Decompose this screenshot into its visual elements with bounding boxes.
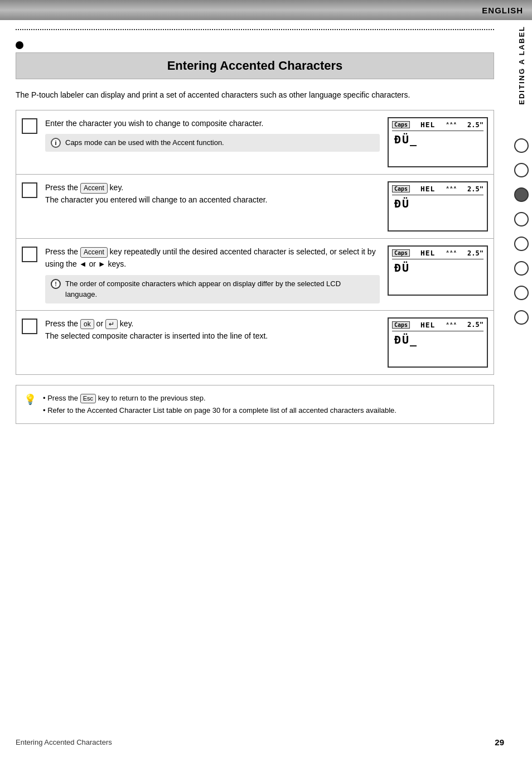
warning-icon-3: ! — [51, 279, 61, 289]
accent-key-3: Accent — [80, 247, 108, 258]
step-4-inner: Press the ok or ↵ key. The selected comp… — [45, 317, 488, 368]
step-1-content: Enter the character you wish to change t… — [45, 117, 380, 152]
step-1-note-text: Caps mode can be used with the Accent fu… — [65, 137, 224, 148]
screen-4-top: Caps HEL ᴬᴬᴬ 2.5" — [392, 321, 483, 331]
language-label: ENGLISH — [482, 6, 523, 15]
section-bullet-row — [16, 41, 494, 49]
step-number-1 — [22, 118, 37, 134]
step-3-note-text: The order of composite characters which … — [65, 278, 374, 300]
screen-3-top: Caps HEL ᴬᴬᴬ 2.5" — [392, 249, 483, 259]
step-1-main-text: Enter the character you wish to change t… — [45, 119, 263, 128]
section-title: Entering Accented Characters — [167, 59, 343, 73]
title-box: Entering Accented Characters — [16, 52, 494, 79]
step-4-text: Press the ok or ↵ key. The selected comp… — [45, 317, 380, 343]
step-number-2 — [22, 182, 37, 198]
step-1-text: Enter the character you wish to change t… — [45, 117, 380, 129]
screen-2-body: ÐÜ — [392, 197, 483, 210]
screen-2-size: 2.5" — [467, 185, 483, 193]
bottom-notes: 💡 • Press the Esc key to return to the p… — [16, 385, 494, 424]
screen-3-body: ÐÜ — [392, 261, 483, 274]
step-1-note: i Caps mode can be used with the Accent … — [45, 134, 380, 152]
sidebar-circle-2 — [514, 163, 529, 177]
lightbulb-icon: 💡 — [24, 393, 36, 406]
sidebar-label: EDITING A LABEL — [518, 26, 526, 105]
esc-key: Esc — [80, 394, 96, 403]
screen-1-caps: Caps — [392, 121, 410, 128]
screen-1-fonts: ᴬᴬᴬ — [446, 121, 457, 128]
screen-2-caps: Caps — [392, 185, 410, 192]
step-1-inner: Enter the character you wish to change t… — [45, 117, 488, 167]
screen-3-fonts: ᴬᴬᴬ — [446, 249, 457, 257]
screen-1-body: ÐÜ_ — [392, 133, 483, 146]
step-2-inner: Press the Accent key. The character you … — [45, 181, 488, 232]
sidebar-circle-7 — [514, 286, 529, 300]
step-2-content: Press the Accent key. The character you … — [45, 181, 380, 210]
step-row-2: Press the Accent key. The character you … — [16, 175, 494, 239]
screen-3-hel: HEL — [420, 249, 435, 257]
accent-key-2: Accent — [80, 183, 108, 194]
screen-1-hel: HEL — [420, 120, 435, 129]
ok-key-4: ok — [80, 319, 94, 330]
screen-2-top: Caps HEL ᴬᴬᴬ 2.5" — [392, 185, 483, 195]
lightbulb-glyph: 💡 — [24, 393, 36, 406]
bottom-notes-text: • Press the Esc key to return to the pre… — [43, 392, 396, 417]
screen-4-fonts: ᴬᴬᴬ — [446, 321, 457, 329]
step-2-screen: Caps HEL ᴬᴬᴬ 2.5" ÐÜ — [388, 181, 488, 232]
screen-4-hel: HEL — [420, 321, 435, 329]
top-header: ENGLISH — [0, 0, 532, 20]
step-row-1: Enter the character you wish to change t… — [16, 110, 494, 175]
screen-4-body: ÐÜ_ — [392, 333, 483, 346]
step-4-screen: Caps HEL ᴬᴬᴬ 2.5" ÐÜ_ — [388, 317, 488, 368]
step-number-4 — [22, 319, 37, 334]
intro-paragraph: The P-touch labeler can display and prin… — [16, 89, 494, 101]
step-number-3 — [22, 247, 37, 262]
step-3-screen: Caps HEL ᴬᴬᴬ 2.5" ÐÜ — [388, 245, 488, 296]
dotted-divider — [16, 29, 494, 30]
sidebar-circle-3 — [514, 187, 529, 202]
footer-page: 29 — [495, 737, 504, 747]
sidebar-circles — [514, 138, 529, 325]
sidebar-circle-1 — [514, 138, 529, 153]
step-2-text: Press the Accent key. The character you … — [45, 181, 380, 206]
screen-4-size: 2.5" — [467, 321, 483, 329]
screen-3-caps: Caps — [392, 249, 410, 257]
screen-2-fonts: ᴬᴬᴬ — [446, 185, 457, 192]
sidebar-circle-8 — [514, 310, 529, 325]
sidebar-circle-6 — [514, 261, 529, 276]
section-bullet — [16, 41, 23, 49]
screen-2-hel: HEL — [420, 185, 435, 193]
steps-container: Enter the character you wish to change t… — [16, 110, 494, 375]
step-row-3: Press the Accent key repeatedly until th… — [16, 239, 494, 311]
step-3-note: ! The order of composite characters whic… — [45, 275, 380, 303]
screen-3-size: 2.5" — [467, 249, 483, 257]
tip-icon-1: i — [51, 138, 61, 148]
sidebar-circle-5 — [514, 237, 529, 251]
step-row-4: Press the ok or ↵ key. The selected comp… — [16, 311, 494, 374]
screen-1-size: 2.5" — [467, 121, 483, 129]
footer-label: Entering Accented Characters — [16, 738, 112, 746]
screen-4-caps: Caps — [392, 321, 410, 329]
right-sidebar: EDITING A LABEL — [511, 20, 532, 522]
step-3-inner: Press the Accent key repeatedly until th… — [45, 245, 488, 303]
sidebar-circle-4 — [514, 212, 529, 226]
step-3-text: Press the Accent key repeatedly until th… — [45, 245, 380, 271]
screen-1-top: Caps HEL ᴬᴬᴬ 2.5" — [392, 120, 483, 131]
step-3-content: Press the Accent key repeatedly until th… — [45, 245, 380, 303]
footer: Entering Accented Characters 29 — [16, 737, 504, 747]
step-1-screen: Caps HEL ᴬᴬᴬ 2.5" ÐÜ_ — [388, 117, 488, 167]
enter-key-4: ↵ — [105, 319, 118, 330]
main-content: Entering Accented Characters The P-touch… — [0, 29, 510, 446]
step-4-content: Press the ok or ↵ key. The selected comp… — [45, 317, 380, 346]
